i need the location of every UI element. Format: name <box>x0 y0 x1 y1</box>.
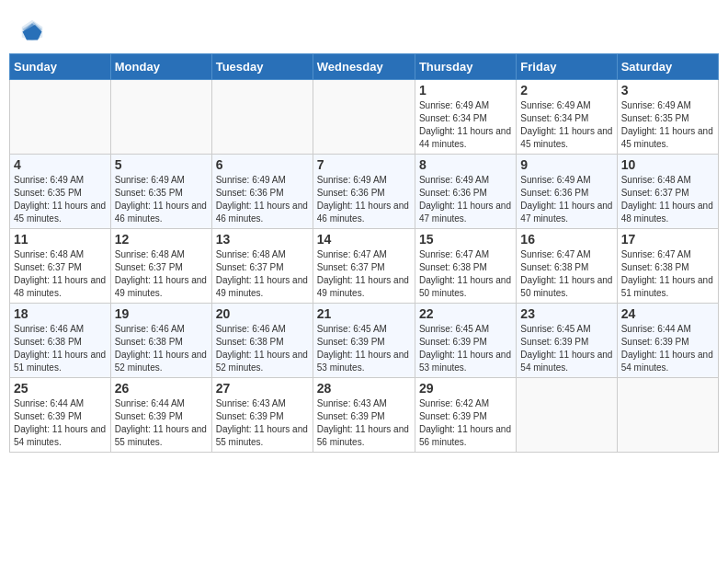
calendar-day-cell: 10Sunrise: 6:48 AM Sunset: 6:37 PM Dayli… <box>617 155 718 229</box>
calendar-day-cell: 13Sunrise: 6:48 AM Sunset: 6:37 PM Dayli… <box>211 229 313 304</box>
day-info: Sunrise: 6:46 AM Sunset: 6:38 PM Dayligh… <box>216 323 309 374</box>
calendar-week-row: 4Sunrise: 6:49 AM Sunset: 6:35 PM Daylig… <box>10 155 719 229</box>
day-number: 2 <box>520 83 612 98</box>
calendar-day-cell: 23Sunrise: 6:45 AM Sunset: 6:39 PM Dayli… <box>517 304 617 378</box>
day-info: Sunrise: 6:47 AM Sunset: 6:37 PM Dayligh… <box>317 248 411 300</box>
calendar-day-cell: 17Sunrise: 6:47 AM Sunset: 6:38 PM Dayli… <box>617 229 718 304</box>
day-of-week-header: Monday <box>110 54 211 80</box>
day-info: Sunrise: 6:44 AM Sunset: 6:39 PM Dayligh… <box>621 323 714 374</box>
day-info: Sunrise: 6:49 AM Sunset: 6:34 PM Dayligh… <box>419 99 512 151</box>
day-info: Sunrise: 6:49 AM Sunset: 6:36 PM Dayligh… <box>317 174 411 225</box>
calendar-day-cell: 26Sunrise: 6:44 AM Sunset: 6:39 PM Dayli… <box>110 378 211 453</box>
day-info: Sunrise: 6:47 AM Sunset: 6:38 PM Dayligh… <box>520 248 612 300</box>
day-number: 15 <box>419 232 512 247</box>
day-number: 16 <box>520 232 612 247</box>
day-number: 9 <box>520 157 612 172</box>
day-info: Sunrise: 6:49 AM Sunset: 6:34 PM Dayligh… <box>520 99 612 151</box>
page-header <box>9 9 719 48</box>
calendar-day-cell: 12Sunrise: 6:48 AM Sunset: 6:37 PM Dayli… <box>110 229 211 304</box>
calendar-day-cell: 19Sunrise: 6:46 AM Sunset: 6:38 PM Dayli… <box>110 304 211 378</box>
day-info: Sunrise: 6:46 AM Sunset: 6:38 PM Dayligh… <box>14 323 107 374</box>
day-number: 10 <box>621 157 714 172</box>
calendar-day-cell <box>517 378 617 453</box>
calendar-day-cell: 11Sunrise: 6:48 AM Sunset: 6:37 PM Dayli… <box>10 229 111 304</box>
calendar-day-cell: 24Sunrise: 6:44 AM Sunset: 6:39 PM Dayli… <box>617 304 718 378</box>
calendar-day-cell: 25Sunrise: 6:44 AM Sunset: 6:39 PM Dayli… <box>10 378 111 453</box>
day-of-week-header: Tuesday <box>211 54 313 80</box>
calendar-week-row: 18Sunrise: 6:46 AM Sunset: 6:38 PM Dayli… <box>10 304 719 378</box>
day-info: Sunrise: 6:48 AM Sunset: 6:37 PM Dayligh… <box>115 248 208 300</box>
calendar-day-cell: 2Sunrise: 6:49 AM Sunset: 6:34 PM Daylig… <box>517 80 617 155</box>
day-info: Sunrise: 6:48 AM Sunset: 6:37 PM Dayligh… <box>14 248 107 300</box>
day-number: 21 <box>317 306 411 321</box>
calendar-day-cell <box>313 80 415 155</box>
calendar-day-cell: 6Sunrise: 6:49 AM Sunset: 6:36 PM Daylig… <box>211 155 313 229</box>
calendar-day-cell: 7Sunrise: 6:49 AM Sunset: 6:36 PM Daylig… <box>313 155 415 229</box>
day-info: Sunrise: 6:45 AM Sunset: 6:39 PM Dayligh… <box>520 323 612 374</box>
calendar-day-cell: 29Sunrise: 6:42 AM Sunset: 6:39 PM Dayli… <box>415 378 516 453</box>
day-number: 29 <box>419 381 512 396</box>
logo <box>18 17 50 44</box>
calendar-day-cell: 3Sunrise: 6:49 AM Sunset: 6:35 PM Daylig… <box>617 80 718 155</box>
logo-icon <box>18 17 46 44</box>
day-number: 14 <box>317 232 411 247</box>
calendar-day-cell: 4Sunrise: 6:49 AM Sunset: 6:35 PM Daylig… <box>10 155 111 229</box>
day-number: 7 <box>317 157 411 172</box>
day-number: 17 <box>621 232 714 247</box>
calendar-day-cell: 1Sunrise: 6:49 AM Sunset: 6:34 PM Daylig… <box>415 80 516 155</box>
calendar-day-cell <box>110 80 211 155</box>
day-info: Sunrise: 6:46 AM Sunset: 6:38 PM Dayligh… <box>115 323 208 374</box>
calendar-day-cell: 22Sunrise: 6:45 AM Sunset: 6:39 PM Dayli… <box>415 304 516 378</box>
day-number: 1 <box>419 83 512 98</box>
day-info: Sunrise: 6:48 AM Sunset: 6:37 PM Dayligh… <box>216 248 309 300</box>
day-info: Sunrise: 6:48 AM Sunset: 6:37 PM Dayligh… <box>621 174 714 225</box>
day-number: 3 <box>621 83 714 98</box>
day-info: Sunrise: 6:42 AM Sunset: 6:39 PM Dayligh… <box>419 397 512 449</box>
day-info: Sunrise: 6:44 AM Sunset: 6:39 PM Dayligh… <box>14 397 107 449</box>
day-info: Sunrise: 6:47 AM Sunset: 6:38 PM Dayligh… <box>621 248 714 300</box>
day-info: Sunrise: 6:43 AM Sunset: 6:39 PM Dayligh… <box>317 397 411 449</box>
day-number: 22 <box>419 306 512 321</box>
day-info: Sunrise: 6:49 AM Sunset: 6:36 PM Dayligh… <box>419 174 512 225</box>
day-number: 12 <box>115 232 208 247</box>
calendar-day-cell: 27Sunrise: 6:43 AM Sunset: 6:39 PM Dayli… <box>211 378 313 453</box>
calendar-day-cell <box>211 80 313 155</box>
calendar-day-cell: 16Sunrise: 6:47 AM Sunset: 6:38 PM Dayli… <box>517 229 617 304</box>
day-of-week-header: Sunday <box>10 54 111 80</box>
day-number: 19 <box>115 306 208 321</box>
calendar-day-cell: 9Sunrise: 6:49 AM Sunset: 6:36 PM Daylig… <box>517 155 617 229</box>
calendar-day-cell: 5Sunrise: 6:49 AM Sunset: 6:35 PM Daylig… <box>110 155 211 229</box>
calendar-week-row: 25Sunrise: 6:44 AM Sunset: 6:39 PM Dayli… <box>10 378 719 453</box>
day-number: 27 <box>216 381 309 396</box>
day-info: Sunrise: 6:45 AM Sunset: 6:39 PM Dayligh… <box>419 323 512 374</box>
day-number: 20 <box>216 306 309 321</box>
calendar-header-row: SundayMondayTuesdayWednesdayThursdayFrid… <box>10 54 719 80</box>
day-of-week-header: Thursday <box>415 54 516 80</box>
calendar-day-cell <box>10 80 111 155</box>
calendar-day-cell: 20Sunrise: 6:46 AM Sunset: 6:38 PM Dayli… <box>211 304 313 378</box>
calendar-day-cell: 21Sunrise: 6:45 AM Sunset: 6:39 PM Dayli… <box>313 304 415 378</box>
calendar-week-row: 11Sunrise: 6:48 AM Sunset: 6:37 PM Dayli… <box>10 229 719 304</box>
calendar-day-cell: 18Sunrise: 6:46 AM Sunset: 6:38 PM Dayli… <box>10 304 111 378</box>
day-number: 18 <box>14 306 107 321</box>
day-number: 23 <box>520 306 612 321</box>
day-number: 8 <box>419 157 512 172</box>
day-number: 11 <box>14 232 107 247</box>
day-number: 25 <box>14 381 107 396</box>
day-number: 26 <box>115 381 208 396</box>
calendar-day-cell: 28Sunrise: 6:43 AM Sunset: 6:39 PM Dayli… <box>313 378 415 453</box>
day-info: Sunrise: 6:47 AM Sunset: 6:38 PM Dayligh… <box>419 248 512 300</box>
day-info: Sunrise: 6:44 AM Sunset: 6:39 PM Dayligh… <box>115 397 208 449</box>
day-info: Sunrise: 6:49 AM Sunset: 6:35 PM Dayligh… <box>621 99 714 151</box>
day-number: 6 <box>216 157 309 172</box>
day-info: Sunrise: 6:49 AM Sunset: 6:36 PM Dayligh… <box>216 174 309 225</box>
calendar-week-row: 1Sunrise: 6:49 AM Sunset: 6:34 PM Daylig… <box>10 80 719 155</box>
day-number: 28 <box>317 381 411 396</box>
calendar-day-cell: 14Sunrise: 6:47 AM Sunset: 6:37 PM Dayli… <box>313 229 415 304</box>
calendar-day-cell: 15Sunrise: 6:47 AM Sunset: 6:38 PM Dayli… <box>415 229 516 304</box>
day-number: 4 <box>14 157 107 172</box>
day-of-week-header: Saturday <box>617 54 718 80</box>
calendar-day-cell <box>617 378 718 453</box>
day-number: 13 <box>216 232 309 247</box>
day-of-week-header: Wednesday <box>313 54 415 80</box>
